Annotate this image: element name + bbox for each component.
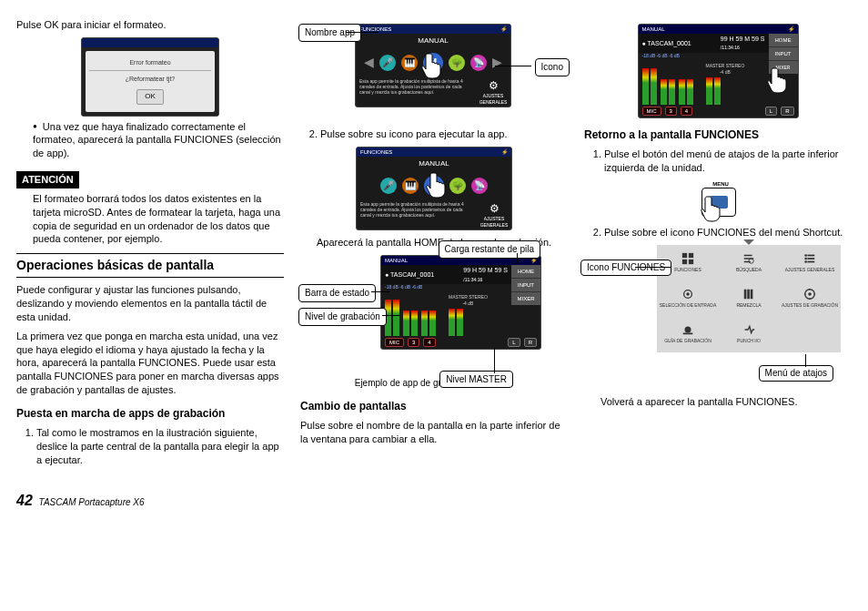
app-icon-voice[interactable]: 🎤 <box>380 178 397 194</box>
svg-rect-3 <box>682 260 687 264</box>
sc-ajustes-gen[interactable]: AJUSTES GENERALES <box>780 246 840 280</box>
ch-4[interactable]: 4 <box>423 338 435 347</box>
svg-rect-11 <box>807 261 814 263</box>
svg-rect-1 <box>682 253 687 258</box>
timer: 99 H 59 M 59 S <box>463 267 508 273</box>
steps-list-2: Pulse sobre su icono para ejecutar la ap… <box>300 127 568 141</box>
sc-busqueda[interactable]: BÚSQUEDA <box>719 246 779 280</box>
app-description: Esta app permite la grabación multipista… <box>356 76 476 107</box>
sc-remezcla[interactable]: REMEZCLA <box>719 281 779 316</box>
settings-link[interactable]: ⚙ AJUSTES GENERALES <box>477 199 511 230</box>
app-icon-music[interactable]: 🎹 <box>401 55 418 71</box>
menu-label: MENU <box>701 180 740 188</box>
sc-sel-entrada[interactable]: SELECCIÓN DE ENTRADA <box>658 281 718 316</box>
callout-nivel-m: Nivel MASTER <box>439 371 513 389</box>
ch-3[interactable]: 3 <box>408 338 419 347</box>
ch-mic[interactable]: MIC <box>642 107 661 116</box>
mixer-button[interactable]: MIXER <box>511 292 540 305</box>
app-icon-field[interactable]: 🌳 <box>449 178 466 194</box>
sc-label: PUNCH I/O <box>737 338 761 344</box>
input-button[interactable]: INPUT <box>769 47 798 60</box>
ch-3[interactable]: 3 <box>665 107 677 116</box>
timer-total: /11:34:16 <box>463 277 482 282</box>
callout-barra: Barra de estado <box>298 284 376 302</box>
app-icon-podcast[interactable]: 📡 <box>470 55 487 71</box>
app-icon-manual[interactable]: M <box>423 53 443 73</box>
master-label: MASTER STEREO <box>706 63 745 69</box>
mixer-button[interactable]: MIXER <box>769 61 798 74</box>
steps-list-4: Pulse sobre el icono FUNCIONES del menú … <box>584 226 852 239</box>
funciones-swipe-screenshot: FUNCIONES⚡ MANUAL ◀ 🎤 🎹 M 🌳 📡 ▶ Esta app… <box>355 24 511 107</box>
settings-link[interactable]: ⚙ AJUSTES GENERALES <box>476 76 510 107</box>
master-db: -4 dB <box>706 69 745 76</box>
app-title: MANUAL <box>356 34 510 49</box>
svg-point-8 <box>804 258 807 260</box>
ok-button[interactable]: OK <box>136 89 164 105</box>
app-icon-podcast[interactable]: 📡 <box>471 178 488 194</box>
master-label: MASTER STEREO <box>449 294 488 300</box>
svg-point-6 <box>804 254 807 257</box>
sc-ajustes-grab[interactable]: AJUSTES DE GRABACIÓN <box>780 281 840 316</box>
sc-empty <box>780 317 840 351</box>
heading-retorno: Retorno a la pantalla FUNCIONES <box>584 127 852 142</box>
sc-label: SELECCIÓN DE ENTRADA <box>660 302 717 309</box>
home-tap-screenshot: MANUAL⚡ ● TASCAM_0001 99 H 59 M 59 S/11:… <box>638 24 799 118</box>
svg-rect-0 <box>710 196 728 209</box>
svg-rect-16 <box>751 290 753 300</box>
home-screenshot: MANUAL⚡ ● TASCAM_0001 99 H 59 M 59 S/11:… <box>380 255 541 350</box>
step-2: Pulse sobre su icono para ejecutar la ap… <box>320 127 568 141</box>
ch-4[interactable]: 4 <box>681 107 692 116</box>
ch-mic[interactable]: MIC <box>385 338 404 347</box>
app-icon-music[interactable]: 🎹 <box>402 178 419 194</box>
app-icon-field[interactable]: 🌳 <box>449 55 465 71</box>
para-volver: Volverá a aparecer la pantalla FUNCIONES… <box>601 395 852 409</box>
sc-label: BÚSQUEDA <box>736 267 762 273</box>
svg-rect-2 <box>689 253 693 258</box>
funciones-tap-screenshot: FUNCIONES⚡ MANUAL 🎤 🎹 M 🌳 📡 Esta app per… <box>356 147 512 230</box>
para-cambio: Pulse sobre el nombre de la pantalla en … <box>300 419 568 446</box>
sc-guia[interactable]: GUÍA DE GRABACIÓN <box>658 317 718 351</box>
timer-total: /11:34:16 <box>721 45 740 50</box>
file-name: TASCAM_0001 <box>648 40 691 46</box>
attention-body: El formateo borrará todos los datos exis… <box>33 192 284 246</box>
svg-point-10 <box>804 260 807 263</box>
settings-label: AJUSTES GENERALES <box>479 216 510 229</box>
attention-label: ATENCIÓN <box>16 171 79 188</box>
ch-r: R <box>781 107 793 116</box>
heading-operaciones: Operaciones básicas de pantalla <box>16 253 284 278</box>
para-operaciones-1: Puede configurar y ajustar las funciones… <box>16 283 284 324</box>
input-button[interactable]: INPUT <box>511 279 540 291</box>
app-title: MANUAL <box>357 157 511 172</box>
column-2: FUNCIONES⚡ MANUAL ◀ 🎤 🎹 M 🌳 📡 ▶ Esta app… <box>300 18 568 473</box>
topbar-label: MANUAL <box>385 257 408 264</box>
callout-menu-atajos: Menú de atajos <box>759 365 833 382</box>
sc-label: FUNCIONES <box>674 267 701 273</box>
heading-puesta: Puesta en marcha de apps de grabación <box>16 406 284 421</box>
para-operaciones-2: La primera vez que ponga en marcha esta … <box>16 330 284 397</box>
ch-l: L <box>765 107 777 116</box>
callout-carga: Carga restante de pila <box>439 240 540 259</box>
step-4: Pulse sobre el icono FUNCIONES del menú … <box>604 226 852 239</box>
bullet-item: Una vez que haya finalizado correctament… <box>33 120 284 161</box>
file-name: TASCAM_0001 <box>390 271 434 278</box>
menu-button[interactable] <box>701 188 736 217</box>
callout-icono-func: Icono FUNCIONES <box>580 260 671 276</box>
caption-manual: Ejemplo de app de grabación MANUAL <box>300 377 568 390</box>
svg-rect-20 <box>683 333 693 335</box>
sc-label: REMEZCLA <box>736 302 761 309</box>
app-icon-voice[interactable]: 🎤 <box>379 55 396 71</box>
nav-right-icon: ▶ <box>492 54 502 71</box>
home-button[interactable]: HOME <box>769 34 798 46</box>
sc-punch[interactable]: PUNCH I/O <box>719 317 779 351</box>
column-3: MANUAL⚡ ● TASCAM_0001 99 H 59 M 59 S/11:… <box>584 18 852 473</box>
topbar-label: MANUAL <box>642 25 665 33</box>
steps-list-1: Tal como le mostramos en la ilustración … <box>16 426 284 467</box>
home-button[interactable]: HOME <box>511 265 540 278</box>
master-db: -4 dB <box>449 300 488 307</box>
callout-icono: Icono <box>535 58 570 76</box>
timer: 99 H 59 M 59 S <box>721 36 765 42</box>
app-icon-manual[interactable]: M <box>424 176 444 196</box>
page-number: 42 <box>16 493 33 508</box>
svg-point-5 <box>749 259 753 263</box>
sc-label: AJUSTES GENERALES <box>785 267 834 273</box>
